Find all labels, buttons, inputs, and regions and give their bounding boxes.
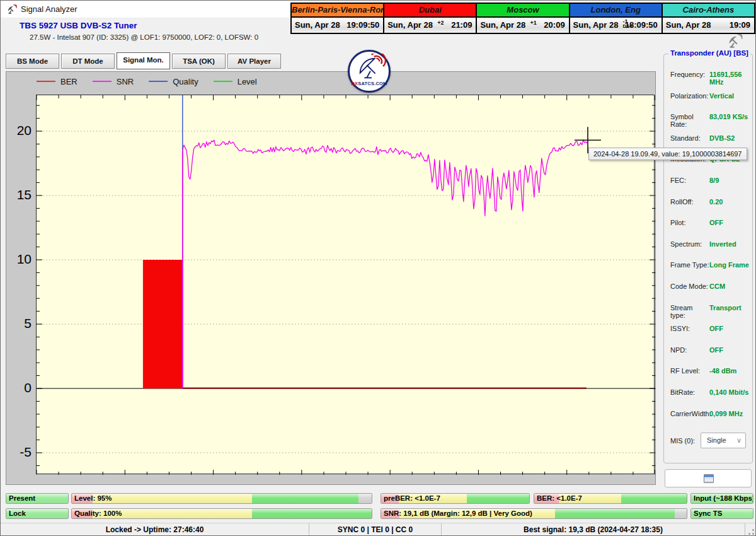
- transponder-row-rflevel: RF Level:-48 dBm: [670, 367, 750, 377]
- clock-cairo-athens: Cairo-AthensSun, Apr 2819:09: [663, 4, 754, 33]
- clock-dubai: DubaiSun, Apr 28+221:09: [384, 4, 477, 33]
- save-snapshot-button[interactable]: [665, 469, 752, 487]
- clock-city-label: Cairo-Athens: [663, 4, 754, 16]
- utc-offset: +1: [530, 20, 536, 26]
- indicator-bar-syncts: Sync TS: [690, 508, 753, 519]
- legend-line-sample: [37, 81, 55, 82]
- clock-date: Sun, Apr 28: [480, 20, 525, 30]
- clock-city-label: Moscow: [477, 4, 568, 16]
- y-tick-label: -5: [8, 445, 32, 460]
- chart-tooltip: 2024-04-28 19.09.49, value: 19,100000381…: [588, 148, 747, 160]
- satellite-dish-icon: [726, 33, 743, 49]
- indicator-label: Sync TS: [694, 509, 722, 518]
- status-sync-counters: SYNC 0 | TEI 0 | CC 0: [309, 523, 442, 536]
- transponder-row-bitrate: BitRate:0,140 Mbit/s: [670, 388, 750, 399]
- indicator-bar-quality: Quality: 100%: [71, 508, 372, 519]
- transponder-row-streamtype: Stream type:Transport: [670, 304, 750, 314]
- clock-time: 21:09: [451, 20, 472, 30]
- window-title: Signal Analyzer: [21, 4, 77, 14]
- transponder-row-fec: FEC:8/9: [670, 177, 750, 187]
- device-title: TBS 5927 USB DVB-S2 Tuner: [20, 21, 137, 30]
- clock-moscow: MoscowSun, Apr 28+120:09: [477, 4, 570, 33]
- clock-berlin-paris-vienna-roma: Berlin-Paris-Vienna-RomaSun, Apr 2819:09…: [292, 4, 384, 33]
- indicator-bar-preber: preBER: <1.0E-7: [381, 493, 530, 504]
- transponder-row-rolloff: RollOff:0.20: [670, 198, 750, 208]
- legend-item-quality: Quality: [149, 77, 198, 86]
- signal-chart: [37, 95, 655, 475]
- tuning-info: 27.5W - Intelsat 907 (ID: 3325) @ LOF1: …: [30, 33, 258, 41]
- transponder-panel: Transponder (AU) [BS] MIS (0): Single ∨ …: [663, 54, 753, 463]
- clock-city-label: Dubai: [384, 4, 476, 16]
- signal-analyzer-window: Signal Analyzer Berlin-Paris-Vienna-Roma…: [0, 0, 756, 536]
- transponder-row-frequency: Frequency:11691,556 MHz: [670, 71, 750, 81]
- save-icon: [704, 474, 714, 483]
- legend-line-sample: [93, 81, 112, 82]
- status-lock-uptime: Locked -> Uptime: 27:46:40: [1, 523, 309, 536]
- indicator-bar-snr: SNR: 19,1 dB (Margin: 12,9 dB | Very Goo…: [381, 508, 687, 519]
- y-tick-label: 0: [8, 380, 32, 395]
- status-best-signal: Best signal: 19,3 dB (2024-04-27 18:35): [442, 523, 745, 536]
- clock-date: Sun, Apr 28: [666, 20, 711, 30]
- y-tick-label: 15: [8, 187, 32, 202]
- indicator-bar-ber: BER: <1.0E-7: [534, 493, 687, 504]
- y-tick-label: 10: [8, 252, 32, 267]
- satellite-dish-icon: [353, 54, 386, 83]
- signal-chart-panel: BERSNRQualityLevel -505101520: [6, 71, 656, 485]
- mode-tabs: BS ModeDT ModeSignal Mon.TSA (OK)AV Play…: [6, 54, 281, 69]
- legend-line-sample: [149, 81, 168, 82]
- clock-time: 19:09:50: [346, 20, 379, 30]
- indicator-label: Present: [9, 494, 35, 503]
- transponder-panel-title: Transponder (AU) [BS]: [668, 49, 750, 57]
- y-tick-label: 5: [8, 316, 32, 331]
- tab-signal-mon-[interactable]: Signal Mon.: [117, 52, 170, 69]
- clock-date: Sun, Apr 28: [295, 20, 340, 30]
- transponder-row-spectrum: Spectrum:Inverted: [670, 240, 750, 250]
- mis-dropdown[interactable]: Single ∨: [701, 433, 746, 448]
- indicator-bar-present: Present: [6, 493, 69, 504]
- transponder-row-codemode: Code Mode:CCM: [670, 283, 750, 293]
- indicator-label: SNR: 19,1 dB (Margin: 12,9 dB | Very Goo…: [384, 509, 532, 518]
- clock-city-label: Berlin-Paris-Vienna-Roma: [292, 4, 383, 16]
- clock-city-label: London, Eng: [570, 4, 662, 16]
- clock-date: Sun, Apr 28: [573, 20, 619, 30]
- legend-item-level: Level: [214, 77, 257, 86]
- indicator-label: Quality: 100%: [74, 509, 122, 518]
- logo-text: DXSATCS.COM: [350, 81, 389, 86]
- legend-item-ber: BER: [37, 77, 77, 86]
- chevron-down-icon: ∨: [736, 433, 742, 448]
- tab-av-player[interactable]: AV Player: [227, 54, 281, 69]
- transponder-row-carrierwidth: CarrierWidth:0,099 MHz: [670, 410, 750, 420]
- transponder-row-npd: NPD:OFF: [670, 346, 750, 356]
- indicator-label: Level: 95%: [74, 494, 112, 503]
- tab-dt-mode[interactable]: DT Mode: [61, 54, 115, 69]
- indicator-bar-input: Input (~188 Kbps): [690, 493, 753, 504]
- clock-london-eng: London, EngSun, Apr 28-1DST18:09:50: [570, 4, 663, 33]
- tab-bs-mode[interactable]: BS Mode: [6, 54, 59, 69]
- tab-tsa-ok-[interactable]: TSA (OK): [172, 54, 226, 69]
- clock-time: 19:09: [730, 20, 750, 30]
- mis-row: MIS (0): Single ∨: [670, 433, 747, 449]
- indicator-label: Input (~188 Kbps): [694, 494, 753, 503]
- indicator-label: preBER: <1.0E-7: [384, 494, 440, 503]
- indicator-label: BER: <1.0E-7: [537, 494, 582, 503]
- chart-plot-area[interactable]: [36, 95, 655, 474]
- indicator-bar-level: Level: 95%: [71, 493, 372, 504]
- transponder-row-symbolrate: Symbol Rate:83,019 KS/s: [670, 113, 750, 123]
- indicator-label: Lock: [9, 509, 26, 518]
- dxsatcs-logo: DXSATCS.COM: [348, 50, 391, 93]
- legend-item-snr: SNR: [93, 77, 134, 86]
- transponder-row-standard: Standard:DVB-S2: [670, 134, 750, 144]
- satellite-dish-icon: [6, 4, 17, 15]
- world-clocks-strip: Berlin-Paris-Vienna-RomaSun, Apr 2819:09…: [290, 3, 755, 34]
- transponder-row-polarization: Polarization:Vertical: [670, 92, 750, 102]
- chart-legend: BERSNRQualityLevel: [37, 75, 257, 88]
- indicator-bar-lock: Lock: [6, 508, 69, 519]
- clock-time: 18:09:50: [625, 20, 658, 30]
- mis-selected-value: Single: [707, 436, 726, 444]
- transponder-row-issyi: ISSYI:OFF: [670, 325, 750, 335]
- clock-date: Sun, Apr 28: [387, 20, 433, 30]
- resize-grip[interactable]: [745, 523, 756, 536]
- y-tick-label: 20: [8, 123, 32, 138]
- transponder-row-pilot: Pilot:OFF: [670, 219, 750, 229]
- clock-time: 20:09: [544, 20, 564, 30]
